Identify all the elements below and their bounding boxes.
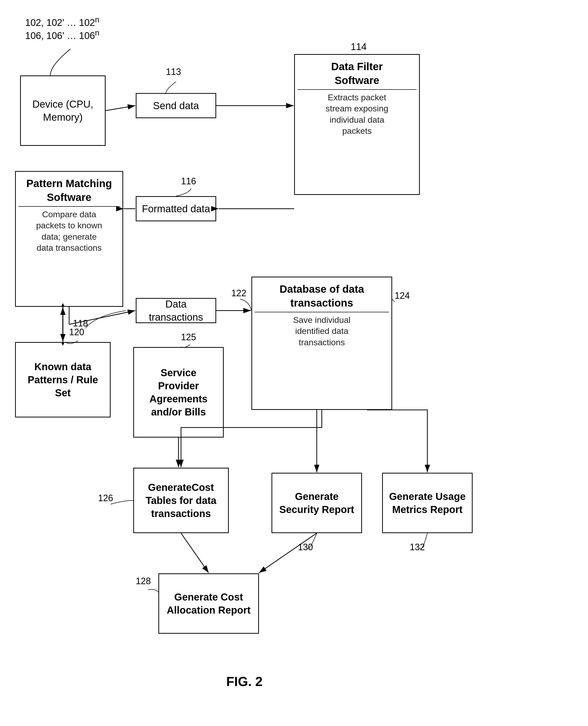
pattern-matching-sub: Compare datapackets to knowndata; genera… — [36, 209, 102, 253]
ref-125: 125 — [181, 332, 196, 343]
service-provider-label: ServiceProviderAgreementsand/or Bills — [149, 366, 207, 418]
send-data-label: Send data — [153, 99, 199, 112]
database-label: Database of datatransactions — [279, 283, 364, 310]
ref-113: 113 — [166, 67, 181, 77]
diagram: 102, 102' … 102n 106, 106' … 106n 114 De… — [0, 0, 588, 726]
svg-line-14 — [181, 533, 209, 573]
data-filter-box: Data FilterSoftware Extracts packetstrea… — [294, 54, 420, 195]
data-transactions-label: Data transactions — [139, 297, 213, 324]
formatted-data-box: Formatted data — [136, 196, 216, 221]
ref-102: 102, 102' … 102n 106, 106' … 106n — [25, 15, 99, 41]
device-box: Device (CPU, Memory) — [20, 76, 106, 146]
figure-caption: FIG. 2 — [226, 674, 262, 689]
ref-116: 116 — [181, 176, 196, 187]
ref-126: 126 — [98, 493, 113, 503]
generate-usage-label: Generate UsageMetrics Report — [389, 490, 466, 516]
database-sub: Save individualidentified datatransactio… — [293, 314, 351, 348]
ref-128: 128 — [136, 576, 151, 586]
service-provider-box: ServiceProviderAgreementsand/or Bills — [133, 347, 224, 438]
database-box: Database of datatransactions Save indivi… — [251, 277, 392, 410]
data-transactions-box: Data transactions — [136, 298, 216, 323]
pattern-matching-label: Pattern MatchingSoftware — [26, 177, 112, 204]
ref-132: 132 — [410, 542, 425, 553]
data-filter-label: Data FilterSoftware — [331, 60, 383, 87]
known-data-box: Known dataPatterns / RuleSet — [15, 342, 111, 417]
generate-cost-tables-box: GenerateCostTables for datatransactions — [133, 468, 229, 533]
device-label: Device (CPU, Memory) — [23, 98, 102, 124]
generate-cost-allocation-label: Generate CostAllocation Report — [167, 590, 250, 617]
svg-line-16 — [259, 533, 317, 573]
pattern-matching-box: Pattern MatchingSoftware Compare datapac… — [15, 171, 123, 307]
ref-114: 114 — [351, 41, 366, 52]
data-filter-sub: Extracts packetstream exposingindividual… — [326, 92, 388, 136]
ref-124: 124 — [395, 290, 410, 301]
ref-130: 130 — [298, 542, 313, 553]
generate-security-label: GenerateSecurity Report — [279, 490, 354, 516]
svg-line-2 — [106, 106, 135, 111]
ref-120: 120 — [69, 327, 84, 337]
known-data-label: Known dataPatterns / RuleSet — [28, 360, 98, 399]
formatted-data-label: Formatted data — [142, 202, 210, 215]
generate-cost-allocation-box: Generate CostAllocation Report — [159, 573, 259, 634]
generate-usage-box: Generate UsageMetrics Report — [382, 473, 472, 533]
generate-security-box: GenerateSecurity Report — [272, 473, 362, 533]
send-data-box: Send data — [136, 93, 216, 118]
ref-122: 122 — [231, 288, 246, 298]
generate-cost-tables-label: GenerateCostTables for datatransactions — [146, 481, 216, 520]
